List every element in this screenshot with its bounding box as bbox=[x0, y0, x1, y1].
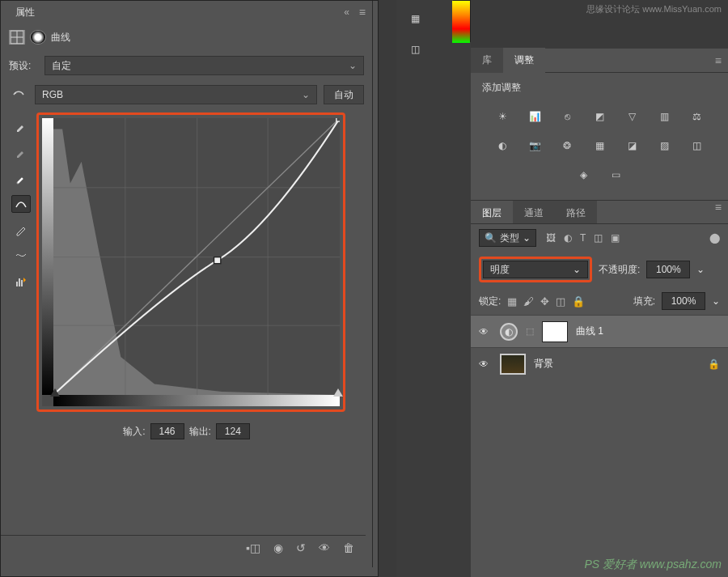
photo-filter-icon[interactable]: 📷 bbox=[524, 137, 545, 155]
output-label: 输出: bbox=[189, 425, 211, 439]
chevron-down-icon[interactable]: ⌄ bbox=[712, 295, 720, 307]
posterize-icon[interactable]: ▨ bbox=[654, 137, 675, 155]
eyedropper-white-icon[interactable] bbox=[11, 169, 31, 187]
adjustment-thumb-icon: ◐ bbox=[500, 323, 518, 341]
color-lookup-icon[interactable]: ▦ bbox=[589, 137, 610, 155]
library-tab[interactable]: 库 bbox=[471, 48, 503, 73]
bw-icon[interactable]: ◐ bbox=[492, 137, 513, 155]
curves-grid-icon bbox=[9, 30, 25, 45]
lock-pixels-icon[interactable]: 🖌 bbox=[523, 295, 534, 308]
svg-rect-5 bbox=[19, 278, 20, 286]
threshold-icon[interactable]: ◫ bbox=[686, 137, 707, 155]
preset-select[interactable]: 自定⌄ bbox=[44, 56, 364, 75]
collapse-icon[interactable]: « bbox=[339, 6, 354, 18]
gradient-map-icon[interactable]: ▭ bbox=[605, 166, 626, 184]
layers-tab[interactable]: 图层 bbox=[471, 201, 513, 223]
adjustment-type: 曲线 bbox=[1, 23, 372, 51]
auto-button[interactable]: 自动 bbox=[324, 85, 364, 104]
smooth-tool-icon[interactable] bbox=[11, 247, 31, 265]
chevron-down-icon: ⌄ bbox=[302, 89, 310, 100]
lock-label: 锁定: bbox=[479, 295, 501, 308]
svg-rect-6 bbox=[21, 280, 23, 286]
input-value-field[interactable]: 146 bbox=[150, 423, 184, 439]
trash-icon[interactable]: 🗑 bbox=[343, 541, 354, 554]
properties-tab[interactable]: 属性 bbox=[7, 2, 43, 23]
lock-all-icon[interactable]: 🔒 bbox=[572, 295, 585, 308]
curves-graph[interactable] bbox=[36, 112, 345, 412]
svg-rect-15 bbox=[214, 257, 221, 264]
mask-icon bbox=[30, 30, 46, 45]
output-value-field[interactable]: 124 bbox=[216, 423, 250, 439]
watermark-bottom: PS 爱好者 www.psahz.com bbox=[584, 558, 722, 572]
panel-menu-icon[interactable]: ≡ bbox=[715, 54, 722, 67]
filter-pixel-icon[interactable]: 🖼 bbox=[546, 232, 556, 244]
target-adjust-icon[interactable] bbox=[9, 86, 28, 104]
exposure-icon[interactable]: ◩ bbox=[589, 108, 610, 125]
fill-label: 填充: bbox=[633, 295, 655, 308]
panel-menu-icon[interactable]: ≡ bbox=[359, 6, 366, 19]
lock-position-icon[interactable]: ✥ bbox=[540, 295, 549, 308]
visibility-toggle-icon[interactable]: 👁 bbox=[479, 359, 492, 370]
lock-artboard-icon[interactable]: ◫ bbox=[556, 295, 565, 308]
add-adjustment-label: 添加调整 bbox=[471, 73, 728, 103]
black-point-slider[interactable] bbox=[50, 388, 60, 397]
color-preview[interactable] bbox=[453, 0, 471, 42]
white-point-slider[interactable] bbox=[333, 388, 343, 397]
filter-smart-icon[interactable]: ▣ bbox=[611, 232, 620, 244]
view-previous-icon[interactable]: ◉ bbox=[273, 541, 283, 554]
channel-mixer-icon[interactable]: ❂ bbox=[557, 137, 578, 155]
channels-tab[interactable]: 通道 bbox=[513, 201, 555, 223]
color-balance-icon[interactable]: ⚖ bbox=[686, 108, 707, 125]
chevron-down-icon: ⌄ bbox=[349, 60, 357, 71]
spectrum-strip[interactable] bbox=[452, 1, 470, 43]
input-label: 输入: bbox=[123, 425, 145, 439]
vibrance-icon[interactable]: ▽ bbox=[621, 108, 642, 125]
output-gradient bbox=[42, 118, 53, 395]
panel-menu-icon[interactable]: ≡ bbox=[715, 201, 722, 223]
svg-rect-16 bbox=[336, 118, 340, 121]
swatches-icon[interactable]: ▦ bbox=[403, 6, 427, 31]
reset-icon[interactable]: ↺ bbox=[296, 541, 306, 554]
blend-mode-select[interactable]: 明度⌄ bbox=[483, 261, 588, 278]
invert-icon[interactable]: ◪ bbox=[621, 137, 642, 155]
visibility-toggle-icon[interactable]: 👁 bbox=[479, 326, 492, 337]
filter-toggle-icon[interactable]: ⬤ bbox=[709, 232, 720, 244]
channel-select[interactable]: RGB⌄ bbox=[35, 85, 317, 104]
filter-kind-select[interactable]: 🔍类型⌄ bbox=[479, 229, 536, 247]
curves-adj-icon[interactable]: ⎋ bbox=[557, 108, 578, 125]
levels-icon[interactable]: 📊 bbox=[524, 108, 545, 125]
curve-point-tool-icon[interactable] bbox=[11, 195, 31, 213]
paths-tab[interactable]: 路径 bbox=[555, 201, 597, 223]
filter-type-icon[interactable]: T bbox=[580, 232, 586, 244]
fill-field[interactable]: 100% bbox=[662, 292, 705, 310]
visibility-icon[interactable]: 👁 bbox=[319, 541, 330, 554]
eyedropper-gray-icon[interactable] bbox=[11, 143, 31, 161]
selective-color-icon[interactable]: ◈ bbox=[573, 166, 594, 184]
hue-sat-icon[interactable]: ▥ bbox=[654, 108, 675, 125]
layer-background[interactable]: 👁 背景 🔒 bbox=[471, 347, 728, 380]
chevron-down-icon[interactable]: ⌄ bbox=[696, 264, 705, 275]
watermark-top: 思缘设计论坛 www.MissYuan.com bbox=[586, 3, 722, 15]
layer-name[interactable]: 背景 bbox=[534, 357, 553, 371]
pencil-tool-icon[interactable] bbox=[11, 221, 31, 239]
layer-curves-1[interactable]: 👁 ◐ ⬚ 曲线 1 bbox=[471, 315, 728, 347]
brightness-icon[interactable]: ☀ bbox=[492, 108, 513, 125]
histogram-clip-icon[interactable] bbox=[11, 273, 31, 291]
adjustments-tab[interactable]: 调整 bbox=[503, 48, 545, 73]
opacity-field[interactable]: 100% bbox=[646, 261, 690, 278]
preset-label: 预设: bbox=[9, 59, 38, 73]
filter-shape-icon[interactable]: ◫ bbox=[594, 232, 603, 244]
clip-to-layer-icon[interactable]: ▪◫ bbox=[246, 541, 260, 554]
lock-transparency-icon[interactable]: ▦ bbox=[507, 295, 517, 308]
properties-panel-header: 属性 « ≡ bbox=[1, 1, 372, 23]
input-gradient bbox=[53, 395, 340, 406]
svg-point-3 bbox=[15, 92, 16, 94]
svg-rect-4 bbox=[16, 282, 18, 286]
lock-indicator-icon: 🔒 bbox=[708, 359, 720, 370]
eyedropper-black-icon[interactable] bbox=[11, 117, 31, 135]
layer-mask-thumb[interactable] bbox=[542, 321, 568, 342]
layer-name[interactable]: 曲线 1 bbox=[576, 325, 603, 338]
filter-adjust-icon[interactable]: ◐ bbox=[564, 232, 572, 244]
link-icon[interactable]: ⬚ bbox=[526, 326, 534, 337]
libraries-icon[interactable]: ◫ bbox=[403, 37, 427, 62]
